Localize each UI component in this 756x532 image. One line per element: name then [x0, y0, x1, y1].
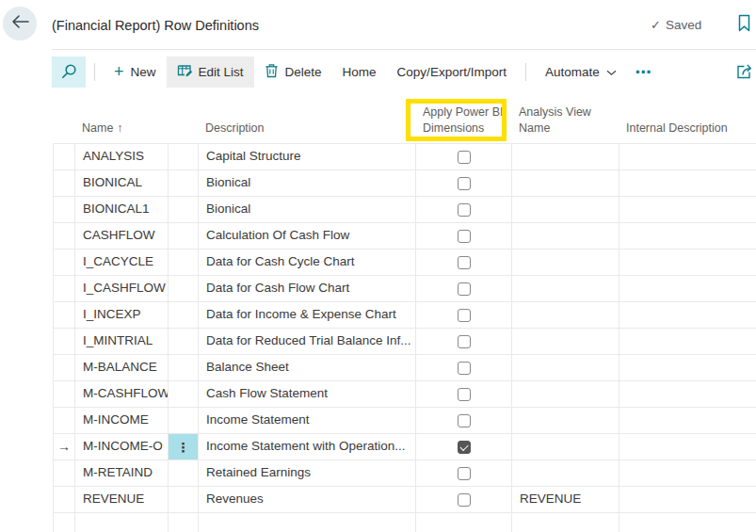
row-internal-description-cell[interactable] — [619, 434, 756, 460]
row-selector-cell[interactable] — [54, 355, 75, 381]
row-analysis-view-name-cell[interactable] — [512, 329, 619, 355]
row-options-cell[interactable] — [169, 381, 199, 408]
row-analysis-view-name-cell[interactable]: REVENUE — [512, 487, 619, 513]
row-description-cell[interactable]: Bionical — [199, 197, 416, 223]
row-name-cell[interactable]: BIONICAL — [75, 170, 169, 197]
apply-power-bi-checkbox[interactable] — [458, 282, 471, 296]
row-options-cell[interactable] — [169, 408, 199, 434]
row-analysis-view-name-cell[interactable] — [512, 197, 619, 223]
apply-power-bi-checkbox[interactable] — [458, 151, 471, 164]
delete-button[interactable]: Delete — [254, 56, 332, 88]
row-analysis-view-name-cell[interactable] — [512, 223, 619, 250]
apply-power-bi-checkbox[interactable] — [458, 203, 471, 217]
row-internal-description-cell[interactable] — [619, 223, 756, 250]
row-selector-cell[interactable] — [54, 408, 75, 434]
row-selector-cell[interactable] — [54, 329, 75, 355]
apply-power-bi-checkbox[interactable] — [458, 256, 471, 269]
row-analysis-view-name-cell[interactable] — [512, 170, 619, 197]
row-internal-description-cell[interactable] — [619, 381, 756, 408]
row-description-cell[interactable]: Retained Earnings — [199, 460, 416, 487]
row-name-cell[interactable]: BIONICAL1 — [75, 197, 169, 223]
row-name-cell[interactable]: I_CACYCLE — [75, 250, 169, 276]
row-internal-description-cell[interactable] — [619, 250, 756, 276]
row-name-cell[interactable]: I_CASHFLOW — [75, 276, 169, 302]
row-internal-description-cell[interactable] — [619, 460, 756, 487]
home-button[interactable]: Home — [332, 56, 387, 88]
copy-export-import-button[interactable]: Copy/Export/Import — [387, 56, 517, 88]
row-internal-description-cell[interactable] — [619, 302, 756, 329]
apply-power-bi-checkbox[interactable] — [458, 414, 471, 427]
automate-button[interactable]: Automate — [535, 56, 627, 88]
row-description-cell[interactable]: Capital Structure — [199, 144, 416, 170]
row-selector-cell[interactable] — [54, 460, 75, 487]
row-analysis-view-name-cell[interactable] — [512, 276, 619, 302]
row-options-cell[interactable] — [169, 197, 199, 223]
row-description-cell[interactable]: Data for Income & Expense Chart — [199, 302, 416, 329]
row-selector-cell[interactable] — [54, 223, 75, 250]
apply-power-bi-checkbox[interactable] — [458, 335, 471, 348]
row-options-cell[interactable] — [169, 460, 199, 487]
row-name-cell[interactable]: M-CASHFLOW — [75, 381, 169, 408]
row-selector-cell[interactable] — [54, 381, 75, 408]
row-selector-cell[interactable] — [54, 197, 75, 223]
row-description-cell[interactable]: Data for Cash Cycle Chart — [199, 250, 416, 276]
row-analysis-view-name-cell[interactable] — [512, 355, 619, 381]
row-name-cell[interactable]: M-INCOME — [75, 408, 169, 434]
apply-power-bi-checkbox[interactable] — [458, 441, 471, 454]
row-analysis-view-name-cell[interactable] — [512, 381, 619, 408]
row-name-cell[interactable]: ANALYSIS — [75, 144, 169, 170]
row-description-cell[interactable]: Calculation Of Cash Flow — [199, 223, 416, 250]
apply-power-bi-checkbox[interactable] — [458, 467, 471, 480]
search-button[interactable] — [52, 56, 86, 88]
row-internal-description-cell[interactable] — [619, 355, 756, 381]
row-analysis-view-name-cell[interactable] — [512, 144, 619, 170]
row-options-cell[interactable] — [169, 250, 199, 276]
edit-list-button[interactable]: Edit List — [167, 56, 254, 88]
back-button[interactable] — [3, 7, 37, 40]
row-analysis-view-name-cell[interactable] — [512, 250, 619, 276]
row-name-cell[interactable]: M-RETAIND — [75, 460, 169, 487]
apply-power-bi-checkbox[interactable] — [458, 493, 471, 507]
row-options-cell[interactable] — [169, 487, 199, 513]
row-description-cell[interactable]: Revenues — [199, 487, 416, 513]
row-name-cell[interactable]: I_INCEXP — [75, 302, 169, 329]
row-analysis-view-name-cell[interactable] — [512, 302, 619, 329]
bookmark-icon[interactable] — [737, 14, 751, 37]
row-selector-cell[interactable] — [54, 487, 75, 513]
row-internal-description-cell[interactable] — [619, 197, 756, 223]
apply-power-bi-checkbox[interactable] — [458, 230, 471, 243]
share-button[interactable] — [733, 56, 756, 88]
row-analysis-view-name-cell[interactable] — [512, 434, 619, 460]
row-description-cell[interactable]: Data for Cash Flow Chart — [199, 276, 416, 302]
row-selector-cell[interactable] — [54, 250, 75, 276]
row-name-cell[interactable]: M-INCOME-O — [75, 434, 169, 460]
apply-power-bi-checkbox[interactable] — [458, 309, 471, 322]
row-analysis-view-name-cell[interactable] — [512, 460, 619, 487]
new-button[interactable]: + New — [104, 56, 167, 88]
row-options-cell[interactable] — [169, 170, 199, 197]
row-analysis-view-name-cell[interactable] — [512, 408, 619, 434]
row-options-cell[interactable] — [169, 355, 199, 381]
row-description-cell[interactable]: Balance Sheet — [199, 355, 416, 381]
row-description-cell[interactable]: Bionical — [199, 170, 416, 197]
more-options-button[interactable]: ⋯ — [627, 56, 662, 88]
column-header-analysis-view-name[interactable]: Analysis View Name — [511, 105, 619, 143]
row-internal-description-cell[interactable] — [619, 487, 756, 513]
row-internal-description-cell[interactable] — [619, 144, 756, 170]
column-header-internal-description[interactable]: Internal Description — [619, 121, 756, 143]
row-selector-cell[interactable] — [54, 144, 75, 170]
row-description-cell[interactable]: Cash Flow Statement — [199, 381, 416, 408]
column-header-apply-power-bi-dimensions[interactable]: Apply Power BI Dimensions — [415, 105, 511, 143]
apply-power-bi-checkbox[interactable] — [458, 362, 471, 375]
row-description-cell[interactable]: Data for Reduced Trial Balance Inf... — [199, 329, 416, 355]
row-selector-cell[interactable] — [54, 170, 75, 197]
apply-power-bi-checkbox[interactable] — [458, 177, 471, 190]
row-options-cell[interactable] — [169, 329, 199, 355]
row-internal-description-cell[interactable] — [619, 329, 756, 355]
row-name-cell[interactable]: REVENUE — [75, 487, 169, 513]
row-name-cell[interactable]: CASHFLOW — [75, 223, 169, 250]
current-row-indicator[interactable]: → — [54, 434, 75, 460]
row-description-cell[interactable]: Income Statement — [199, 408, 416, 434]
row-name-cell[interactable]: I_MINTRIAL — [75, 329, 169, 355]
row-internal-description-cell[interactable] — [619, 408, 756, 434]
